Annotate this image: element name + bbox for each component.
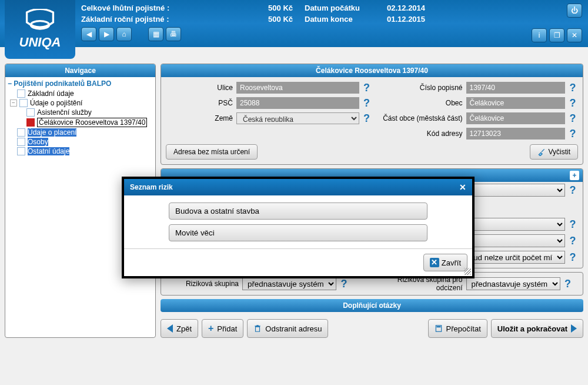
cast-field[interactable]: Čelákovice (466, 112, 566, 124)
nav-udaje-placeni[interactable]: Údaje o placení (28, 128, 76, 137)
resize-handle[interactable] (464, 268, 471, 275)
help-icon[interactable]: ? (567, 235, 578, 247)
print-button[interactable]: 🖶 (166, 27, 181, 41)
risk-list-modal: Seznam rizik ✕ Budova a ostatní stavba M… (122, 177, 475, 278)
calculator-button[interactable]: ▦ (148, 27, 163, 41)
close-app-button[interactable]: ✕ (567, 28, 582, 42)
arrow-left-icon (167, 324, 173, 333)
tree-root[interactable]: − Pojištění podnikatelů BALPO (6, 78, 154, 89)
kod-label: Kód adresy (372, 130, 466, 138)
cp-field[interactable]: 1397/40 (466, 82, 566, 94)
svg-rect-2 (436, 326, 440, 327)
premium-total-label: Celkové lhůtní pojistné : (81, 4, 258, 12)
modal-header[interactable]: Seznam rizik ✕ (124, 179, 472, 195)
copy-button[interactable]: ❐ (549, 28, 564, 42)
psc-field[interactable]: 25088 (236, 97, 359, 109)
help-icon[interactable]: ? (362, 82, 372, 94)
obec-field[interactable]: Čelákovice (466, 97, 566, 109)
plus-icon: + (208, 323, 213, 334)
premium-annual-label: Základní roční pojistné : (81, 15, 258, 24)
modal-title: Seznam rizik (130, 183, 173, 191)
help-icon[interactable]: ? (339, 278, 349, 290)
nav-back-button[interactable]: ◀ (81, 27, 96, 41)
help-icon[interactable]: ? (567, 128, 578, 140)
save-continue-button[interactable]: Uložit a pokračovat (491, 319, 583, 338)
address-no-place-button[interactable]: Adresa bez místa určení (166, 144, 258, 160)
nav-udaje-pojisteni[interactable]: Údaje o pojištění (30, 99, 82, 107)
sidebar-title: Navigace (5, 64, 155, 77)
help-icon[interactable]: ? (567, 97, 578, 109)
modal-close-button[interactable]: ✕ Zavřít (423, 254, 467, 271)
zeme-label: Země (166, 114, 236, 122)
add-item-button[interactable]: + (570, 171, 579, 180)
nav-asistencni-sluzby[interactable]: Asistenční služby (37, 108, 92, 117)
nav-ostatni-udaje[interactable]: Ostatní údaje (28, 147, 69, 155)
premium-total-value: 500 Kč (258, 4, 293, 12)
remove-address-button[interactable]: Odstranit adresu (247, 319, 328, 338)
home-button[interactable]: ⌂ (116, 27, 132, 41)
arrow-right-icon (571, 324, 577, 333)
trash-icon (253, 324, 262, 333)
close-icon: ✕ (430, 258, 439, 267)
start-date-label: Datum počátku (305, 4, 387, 12)
rizik-label: Riziková skupina (166, 280, 242, 288)
button-bar: Zpět +Přidat Odstranit adresu Přepočítat… (161, 316, 583, 338)
help-icon[interactable]: ? (563, 278, 573, 290)
nav-forward-button[interactable]: ▶ (99, 27, 114, 41)
premium-annual-value: 500 Kč (258, 15, 293, 24)
obec-label: Obec (372, 99, 466, 107)
rizik-odc-select[interactable]: přednastavuje systém (466, 277, 560, 290)
info-button[interactable]: i (532, 28, 547, 42)
brand-text: UNIQA (19, 35, 61, 50)
power-button[interactable]: ⏻ (567, 4, 582, 18)
nav-osoby[interactable]: Osoby (28, 138, 48, 146)
help-icon[interactable]: ? (567, 112, 578, 125)
calculator-icon (435, 324, 443, 333)
collapse-icon[interactable]: − (8, 79, 12, 88)
address-panel: Čelákovice Rooseveltova 1397/40 Ulice Ro… (161, 64, 583, 165)
additional-questions-header[interactable]: Doplňující otázky (161, 299, 583, 312)
nav-tree[interactable]: − Pojištění podnikatelů BALPO Základní ú… (5, 77, 155, 157)
ulice-field[interactable]: Rooseveltova (236, 82, 359, 94)
top-right-controls: ⏻ i ❐ ✕ (532, 0, 582, 42)
cast-label: Část obce (městská část) (372, 114, 466, 122)
brand-logo: UNIQA (5, 0, 75, 59)
clear-button[interactable]: Vyčistit (530, 144, 578, 160)
add-button[interactable]: +Přidat (202, 319, 243, 338)
nav-zakladni-udaje[interactable]: Základní údaje (28, 89, 74, 98)
collapse-icon[interactable]: − (10, 99, 17, 107)
end-date-label: Datum konce (305, 15, 387, 24)
cp-label: Číslo popisné (372, 84, 466, 92)
ulice-label: Ulice (166, 84, 236, 92)
kod-field[interactable]: 12713023 (466, 128, 566, 140)
top-bar: UNIQA Celkové lhůtní pojistné : 500 Kč D… (0, 0, 588, 47)
help-icon[interactable]: ? (567, 184, 578, 197)
risk-option-movables[interactable]: Movité věci (169, 224, 427, 241)
modal-close-x-button[interactable]: ✕ (459, 182, 466, 192)
end-date-value: 01.12.2015 (387, 15, 532, 24)
nav-current-address[interactable]: Čelákovice Rooseveltova 1397/40 (37, 118, 147, 127)
help-icon[interactable]: ? (567, 218, 578, 231)
header-info: Celkové lhůtní pojistné : 500 Kč Datum p… (81, 0, 532, 41)
toolbar: ◀ ▶ ⌂ ▦ 🖶 (81, 27, 532, 41)
rizik-select[interactable]: přednastavuje systém (242, 277, 336, 290)
psc-label: PSČ (166, 99, 236, 107)
risk-option-building[interactable]: Budova a ostatní stavba (169, 203, 427, 220)
start-date-value: 02.12.2014 (387, 4, 532, 12)
help-icon[interactable]: ? (362, 97, 372, 109)
back-button[interactable]: Zpět (161, 319, 198, 338)
help-icon[interactable]: ? (567, 251, 578, 264)
zeme-select[interactable]: Česká republika (236, 112, 359, 124)
uniqa-icon (24, 9, 56, 32)
error-marker-icon (26, 118, 35, 127)
recalculate-button[interactable]: Přepočítat (428, 319, 487, 338)
broom-icon (537, 148, 546, 156)
help-icon[interactable]: ? (567, 82, 578, 94)
help-icon[interactable]: ? (362, 112, 372, 125)
panel-title: Čelákovice Rooseveltova 1397/40 (161, 64, 583, 77)
